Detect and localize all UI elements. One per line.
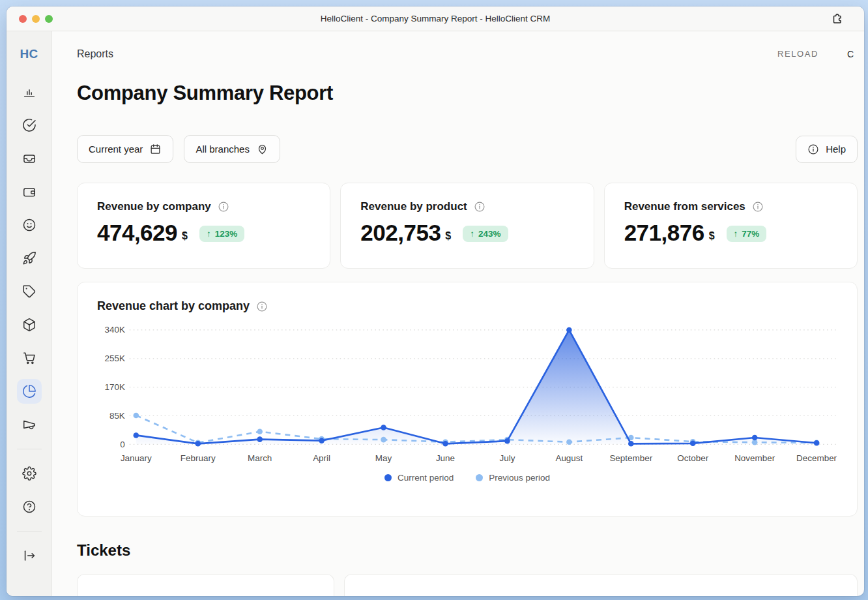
current-period-point[interactable] [319, 438, 325, 443]
info-icon[interactable] [752, 201, 764, 213]
notifications-bell-icon[interactable] [735, 47, 749, 61]
change-percent: 243% [478, 229, 501, 239]
current-period-point[interactable] [690, 441, 696, 447]
page-title: Company Summary Report [77, 82, 858, 105]
x-tick-label: December [796, 453, 837, 463]
legend-current-period[interactable]: Current period [384, 473, 454, 483]
y-tick-label: 170K [104, 382, 124, 392]
sidebar: HC [7, 31, 52, 596]
current-period-point[interactable] [195, 441, 201, 447]
sidebar-divider [17, 449, 42, 449]
stat-card-revenue-product: Revenue by product 202,753 $ ↑243% [340, 183, 594, 269]
stat-card-title: Revenue by company [97, 200, 211, 213]
current-period-point[interactable] [257, 436, 263, 442]
change-badge: ↑243% [463, 226, 508, 242]
sidebar-item-payments[interactable] [17, 179, 42, 204]
x-tick-label: November [734, 453, 775, 463]
previous-period-point[interactable] [257, 428, 263, 434]
x-tick-label: June [436, 453, 455, 463]
current-period-point[interactable] [566, 327, 572, 333]
current-period-point[interactable] [504, 438, 510, 444]
bar-chart-icon [22, 85, 36, 99]
check-circle-icon [22, 118, 36, 132]
branch-filter-button[interactable]: All branches [184, 135, 280, 163]
titlebar: HelloClient - Company Summary Report - H… [7, 7, 864, 31]
stat-card-title: Revenue by product [360, 200, 467, 213]
location-pin-icon [256, 143, 268, 155]
current-period-point[interactable] [752, 435, 758, 441]
rocket-icon [22, 251, 36, 265]
help-button[interactable]: Help [796, 136, 858, 163]
x-tick-label: April [313, 453, 330, 463]
change-badge: ↑77% [727, 226, 767, 242]
revenue-chart-card: Revenue chart by company 085K170K255K340… [77, 282, 858, 517]
sidebar-item-tags[interactable] [17, 279, 42, 304]
x-tick-label: October [677, 453, 708, 463]
sidebar-item-marketing[interactable] [17, 412, 42, 437]
sidebar-item-dashboard[interactable] [17, 80, 42, 104]
currency-symbol: $ [445, 230, 451, 242]
x-tick-label: May [375, 453, 392, 463]
stat-value: 202,753 [360, 221, 441, 244]
previous-period-point[interactable] [134, 413, 139, 419]
change-badge: ↑123% [199, 226, 244, 242]
revenue-line-chart: 085K170K255K340KJanuaryFebruaryMarchApri… [97, 322, 837, 466]
sidebar-item-orders[interactable] [17, 346, 42, 370]
sidebar-item-inbox[interactable] [17, 146, 42, 171]
gear-icon [22, 466, 36, 481]
extension-puzzle-icon[interactable] [830, 12, 845, 26]
currency-symbol: $ [182, 230, 188, 242]
current-period-point[interactable] [628, 441, 634, 447]
current-period-point[interactable] [381, 425, 386, 430]
x-tick-label: July [499, 453, 515, 463]
previous-period-line [136, 415, 817, 443]
x-tick-label: August [555, 453, 583, 463]
sidebar-item-clients[interactable] [17, 213, 42, 237]
current-period-dot [384, 474, 392, 481]
main-content: Reports RELOAD C Company Summary Report … [52, 31, 864, 596]
info-icon[interactable] [256, 301, 268, 312]
ticket-card-stub [77, 574, 334, 596]
y-tick-label: 0 [120, 440, 124, 449]
app-window: HelloClient - Company Summary Report - H… [7, 7, 864, 596]
app-logo[interactable]: HC [20, 47, 38, 61]
info-icon[interactable] [218, 201, 229, 213]
stat-value: 474,629 [97, 221, 177, 244]
breadcrumb: Reports [77, 48, 113, 60]
shopping-cart-icon [22, 351, 36, 365]
current-period-point[interactable] [134, 432, 139, 438]
ticket-card-stub [344, 574, 858, 596]
legend-previous-period[interactable]: Previous period [476, 473, 550, 483]
stat-card-revenue-services: Revenue from services 271,876 $ ↑77% [604, 183, 858, 269]
arrow-up-icon: ↑ [470, 229, 474, 239]
arrow-up-icon: ↑ [734, 229, 738, 239]
sidebar-item-products[interactable] [17, 312, 42, 337]
window-title: HelloClient - Company Summary Report - H… [7, 14, 864, 23]
y-tick-label: 340K [104, 325, 124, 335]
current-period-point[interactable] [814, 440, 820, 446]
branch-filter-label: All branches [195, 143, 250, 155]
current-period-point[interactable] [442, 441, 448, 447]
sidebar-item-settings[interactable] [17, 461, 42, 486]
account-initial[interactable]: C [847, 49, 854, 59]
sidebar-item-reports[interactable] [17, 379, 42, 404]
reload-button[interactable]: RELOAD [777, 49, 818, 59]
previous-period-point[interactable] [381, 437, 386, 443]
change-percent: 77% [742, 229, 759, 239]
help-button-label: Help [826, 143, 846, 155]
sidebar-item-tasks[interactable] [17, 113, 42, 138]
box-icon [22, 318, 36, 332]
x-tick-label: September [609, 453, 652, 463]
chart-title: Revenue chart by company [97, 299, 250, 313]
currency-symbol: $ [709, 230, 715, 242]
chart-legend: Current period Previous period [97, 473, 837, 483]
sidebar-item-logout[interactable] [17, 543, 42, 568]
sidebar-item-help[interactable] [17, 494, 42, 519]
sidebar-item-rocket[interactable] [17, 246, 42, 271]
change-percent: 123% [215, 229, 238, 239]
smiley-icon [22, 218, 36, 232]
previous-period-point[interactable] [566, 439, 572, 445]
inbox-icon [22, 151, 36, 166]
info-icon[interactable] [474, 201, 485, 213]
period-filter-button[interactable]: Current year [77, 135, 173, 163]
